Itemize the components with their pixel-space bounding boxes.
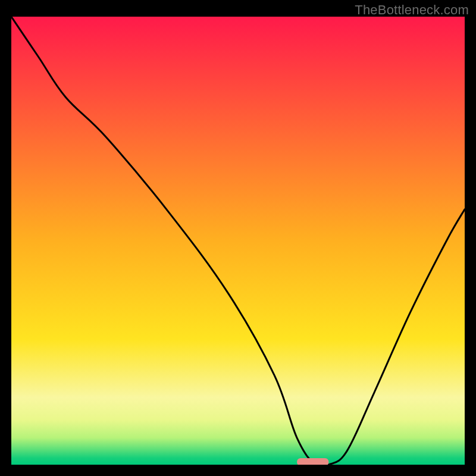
plot-background [11,17,465,465]
plot-frame [11,17,465,465]
chart-container: TheBottleneck.com [0,0,476,476]
optimum-marker [297,458,328,465]
watermark-label: TheBottleneck.com [355,2,469,18]
chart-svg [11,17,465,465]
